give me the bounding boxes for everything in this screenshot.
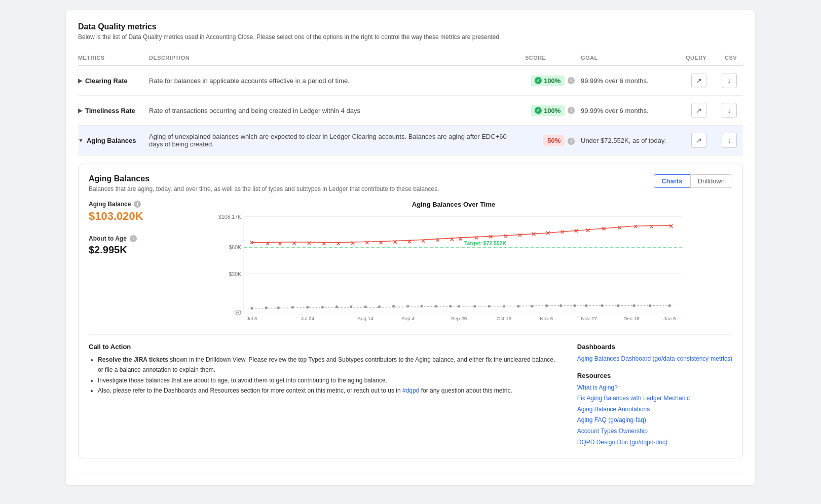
svg-point-22 (406, 305, 409, 307)
clearing-rate-score-cell: ✓ 100% i (525, 65, 581, 96)
tab-drilldown[interactable]: Drilldown (690, 174, 732, 188)
clearing-rate-score: 100% (544, 77, 561, 85)
aging-balances-score-cell: 50% i (525, 126, 581, 156)
bottom-section: Call to Action Resolve the JIRA tickets … (89, 334, 732, 448)
col-header-metrics: METRICS (78, 51, 149, 65)
svg-point-32 (545, 304, 548, 307)
svg-point-36 (601, 304, 604, 307)
svg-point-30 (517, 305, 519, 307)
account-types-ownership-link[interactable]: Account Types Ownership (577, 426, 732, 437)
timeliness-rate-csv-button[interactable]: ↓ (722, 103, 737, 118)
expanded-desc: Balances that are aging, today, and over… (89, 185, 439, 192)
svg-text:$0: $0 (235, 310, 241, 316)
about-to-age-label: About to Age i (89, 235, 160, 242)
table-row: ▶ Clearing Rate Rate for balances in app… (78, 65, 743, 96)
svg-point-31 (531, 305, 533, 307)
dqpd-design-doc-link[interactable]: DQPD Design Doc (go/dqpd-doc) (577, 437, 732, 448)
svg-text:Sep 25: Sep 25 (451, 316, 467, 321)
svg-point-18 (350, 305, 352, 308)
timeliness-rate-query-button[interactable]: ↗ (691, 103, 706, 118)
table-row: ▼ Aging Balances Aging of unexplained ba… (78, 126, 743, 156)
aging-balance-info-icon[interactable]: i (134, 201, 141, 208)
info-icon[interactable]: i (568, 107, 575, 114)
timeliness-rate-score-cell: ✓ 100% i (525, 96, 581, 126)
svg-text:Jan 8: Jan 8 (663, 316, 676, 321)
dqpd-link[interactable]: #dqpd (402, 387, 419, 394)
aging-balance-label: Aging Balance i (89, 201, 160, 208)
col-header-description: DESCRIPTION (149, 51, 525, 65)
page-header: Data Quality metrics Below is the list o… (78, 22, 743, 41)
list-item: Resolve the JIRA tickets shown in the Dr… (98, 355, 562, 375)
fix-aging-balances-link[interactable]: Fix Aging Balances with Ledger Mechanic (577, 393, 732, 404)
svg-text:$30K: $30K (229, 272, 241, 277)
svg-point-35 (585, 304, 587, 307)
svg-text:Nov 27: Nov 27 (581, 316, 597, 321)
timeliness-rate-toggle[interactable]: ▶ Timeliness Rate (78, 107, 143, 114)
cta-highlight: Resolve the JIRA tickets (98, 356, 168, 363)
col-header-csv: CSV (713, 51, 743, 65)
tab-charts[interactable]: Charts (654, 174, 690, 188)
aging-balances-description: Aging of unexplained balances which are … (149, 126, 525, 156)
svg-text:Aug 14: Aug 14 (357, 316, 374, 321)
clearing-rate-toggle[interactable]: ▶ Clearing Rate (78, 77, 143, 85)
svg-text:Sep 4: Sep 4 (401, 316, 415, 321)
svg-point-37 (617, 304, 619, 307)
expanded-tabs: Charts Drilldown (654, 174, 732, 188)
page-subtitle: Below is the list of Data Quality metric… (78, 33, 743, 41)
clearing-rate-query-button[interactable]: ↗ (691, 73, 706, 88)
svg-point-12 (265, 306, 268, 309)
clearing-rate-csv-button[interactable]: ↓ (722, 73, 737, 88)
svg-text:Target: $72.552K: Target: $72.552K (464, 241, 506, 246)
svg-text:$60K: $60K (229, 245, 241, 250)
dashboards-title: Dashboards (577, 343, 732, 351)
svg-point-14 (291, 306, 294, 308)
expanded-content-row: Aging Balances Balances that are aging, … (78, 156, 743, 473)
clearing-rate-goal: 99.99% over 6 months. (581, 65, 682, 96)
svg-point-40 (668, 304, 671, 307)
timeliness-rate-goal: 99.99% over 6 months. (581, 96, 682, 126)
page-title: Data Quality metrics (78, 22, 743, 31)
svg-point-17 (335, 305, 338, 308)
timeliness-rate-description: Rate of transactions occurring and being… (149, 96, 525, 126)
aging-balances-score-badge: 50% (543, 135, 565, 146)
svg-text:Dec 18: Dec 18 (623, 316, 640, 321)
chart-stats: Aging Balance i $103.020K About to Age i… (89, 201, 160, 256)
info-icon[interactable]: i (568, 77, 575, 84)
svg-point-24 (435, 305, 437, 307)
svg-point-13 (277, 306, 280, 309)
about-to-age-value: $2.995K (89, 244, 160, 256)
aging-balances-query-button[interactable]: ↗ (691, 133, 706, 148)
list-item: Also, please refer to the Dashboards and… (98, 385, 562, 396)
main-card: Data Quality metrics Below is the list o… (66, 10, 755, 485)
aging-balances-dashboard-link[interactable]: Aging Balances Dashboard (go/data-consis… (577, 354, 732, 365)
svg-point-27 (473, 305, 476, 307)
cta-section: Call to Action Resolve the JIRA tickets … (89, 343, 562, 448)
aging-balances-toggle[interactable]: ▼ Aging Balances (78, 137, 143, 144)
what-is-aging-link[interactable]: What is Aging? (577, 382, 732, 394)
clearing-rate-label: Clearing Rate (85, 77, 128, 85)
expanded-header: Aging Balances Balances that are aging, … (89, 174, 732, 192)
svg-point-16 (321, 306, 324, 308)
table-row: ▶ Timeliness Rate Rate of transactions o… (78, 96, 743, 126)
svg-point-23 (421, 305, 423, 307)
aging-balance-annotations-link[interactable]: Aging Balance Annotations (577, 404, 732, 415)
list-item: Investigate those balances that are abou… (98, 375, 562, 385)
svg-text:Jul 3: Jul 3 (246, 316, 257, 321)
aging-faq-link[interactable]: Aging FAQ (go/aging-faq) (577, 415, 732, 426)
aging-balances-csv-button[interactable]: ↓ (722, 133, 737, 148)
resources-title: Resources (577, 372, 732, 379)
chart-area: Aging Balance i $103.020K About to Age i… (89, 201, 732, 324)
svg-point-11 (250, 307, 253, 309)
timeliness-rate-label: Timeliness Rate (85, 107, 135, 114)
col-header-goal: GOAL (581, 51, 682, 65)
cta-title: Call to Action (89, 343, 562, 351)
svg-point-25 (449, 305, 452, 307)
col-header-score: SCORE (525, 51, 581, 65)
expanded-title: Aging Balances (89, 174, 439, 183)
svg-point-28 (488, 305, 491, 307)
svg-text:Oct 16: Oct 16 (497, 316, 512, 321)
svg-point-20 (378, 305, 381, 308)
info-icon[interactable]: i (568, 138, 575, 145)
svg-text:Nov 6: Nov 6 (540, 316, 553, 321)
about-to-age-info-icon[interactable]: i (130, 235, 137, 242)
